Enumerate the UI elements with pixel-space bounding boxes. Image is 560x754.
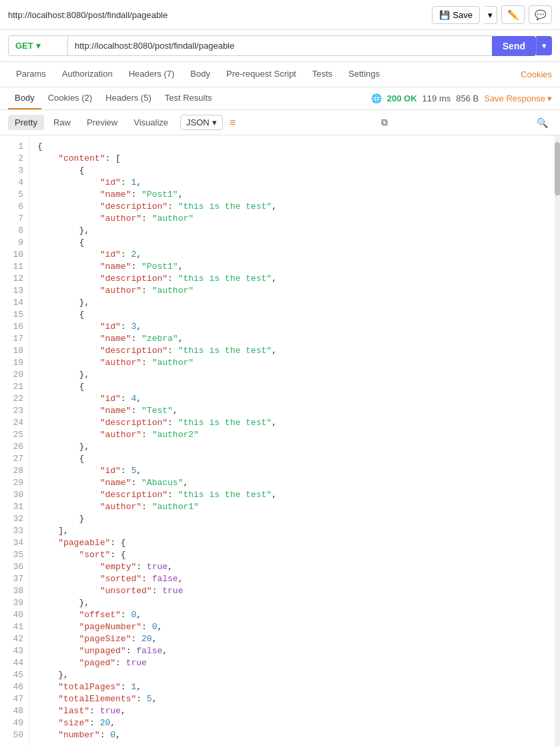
- edit-icon-button[interactable]: ✏️: [501, 5, 525, 24]
- json-type-label: JSON: [186, 117, 210, 127]
- scrollbar-track[interactable]: [555, 135, 560, 747]
- method-select[interactable]: GET ▾: [8, 35, 68, 56]
- fmt-visualize[interactable]: Visualize: [127, 115, 175, 130]
- save-response-button[interactable]: Save Response ▾: [484, 93, 552, 103]
- comment-icon-button[interactable]: 💬: [529, 5, 552, 24]
- top-bar: http://localhost:8080/post/findall/pagea…: [0, 0, 560, 30]
- code-content: { "content": [ { "id": 1, "name": "Post1…: [29, 135, 555, 747]
- status-code: 200 OK: [387, 93, 417, 103]
- top-bar-url: http://localhost:8080/post/findall/pagea…: [8, 10, 168, 20]
- save-icon: 💾: [439, 10, 450, 20]
- tab-params[interactable]: Params: [8, 62, 54, 87]
- globe-icon: 🌐: [371, 93, 382, 103]
- fmt-preview[interactable]: Preview: [80, 115, 124, 130]
- tab-authorization[interactable]: Authorization: [54, 62, 121, 87]
- url-bar: GET ▾ Send ▾: [0, 30, 560, 62]
- save-button[interactable]: 💾 Save: [432, 6, 480, 24]
- json-type-select[interactable]: JSON ▾: [180, 115, 223, 130]
- send-label: Send: [503, 41, 525, 51]
- format-row: Pretty Raw Preview Visualize JSON ▾ ≡ ⧉ …: [0, 110, 560, 135]
- fmt-raw[interactable]: Raw: [47, 115, 77, 130]
- line-numbers: 1234567891011121314151617181920212223242…: [0, 135, 29, 747]
- save-response-label: Save Response: [484, 93, 545, 103]
- resp-tab-cookies[interactable]: Cookies (2): [41, 87, 99, 109]
- save-label: Save: [453, 10, 473, 20]
- response-tabs: Body Cookies (2) Headers (5) Test Result…: [0, 87, 560, 110]
- top-bar-actions: 💾 Save ▾ ✏️ 💬: [432, 5, 552, 24]
- tab-prerequest[interactable]: Pre-request Script: [218, 62, 304, 87]
- send-dropdown-button[interactable]: ▾: [536, 36, 552, 55]
- scrollbar-thumb[interactable]: [555, 142, 560, 196]
- cookies-link[interactable]: Cookies: [521, 63, 552, 86]
- resp-tab-headers[interactable]: Headers (5): [99, 87, 158, 109]
- tab-body[interactable]: Body: [182, 62, 218, 87]
- copy-icon-button[interactable]: ⧉: [377, 114, 392, 131]
- url-input[interactable]: [68, 35, 492, 56]
- tab-settings[interactable]: Settings: [340, 62, 388, 87]
- tab-headers[interactable]: Headers (7): [121, 62, 183, 87]
- send-button[interactable]: Send: [492, 36, 536, 56]
- resp-tab-testresults[interactable]: Test Results: [158, 87, 219, 109]
- resp-tab-body[interactable]: Body: [8, 87, 41, 109]
- response-status: 🌐 200 OK 119 ms 856 B Save Response ▾: [371, 93, 552, 103]
- request-tabs: Params Authorization Headers (7) Body Pr…: [0, 62, 560, 87]
- status-size: 856 B: [456, 93, 479, 103]
- code-area: 1234567891011121314151617181920212223242…: [0, 135, 560, 747]
- fmt-pretty[interactable]: Pretty: [8, 115, 44, 130]
- method-chevron: ▾: [36, 41, 41, 51]
- wrap-icon[interactable]: ≡: [230, 117, 236, 129]
- save-response-chevron: ▾: [547, 93, 552, 103]
- tab-tests[interactable]: Tests: [304, 62, 340, 87]
- save-dropdown-button[interactable]: ▾: [484, 6, 497, 24]
- json-type-chevron: ▾: [212, 117, 217, 127]
- search-icon-button[interactable]: 🔍: [533, 115, 552, 131]
- method-label: GET: [15, 41, 33, 51]
- status-time: 119 ms: [423, 93, 451, 103]
